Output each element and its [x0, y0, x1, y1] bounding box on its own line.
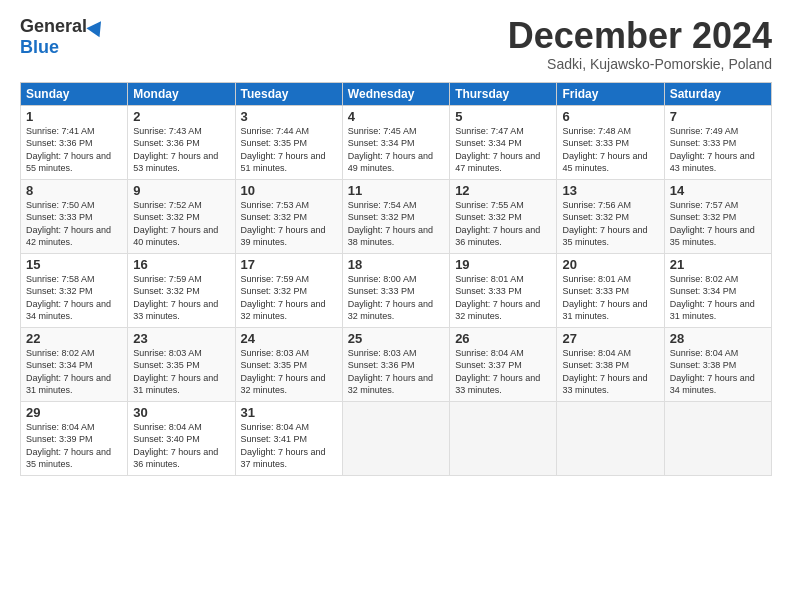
- col-header-tuesday: Tuesday: [235, 82, 342, 105]
- day-info: Sunrise: 7:59 AM Sunset: 3:32 PM Dayligh…: [133, 273, 229, 323]
- calendar-cell: 26Sunrise: 8:04 AM Sunset: 3:37 PM Dayli…: [450, 327, 557, 401]
- week-row-4: 22Sunrise: 8:02 AM Sunset: 3:34 PM Dayli…: [21, 327, 772, 401]
- calendar-cell: 6Sunrise: 7:48 AM Sunset: 3:33 PM Daylig…: [557, 105, 664, 179]
- calendar-cell: 15Sunrise: 7:58 AM Sunset: 3:32 PM Dayli…: [21, 253, 128, 327]
- col-header-monday: Monday: [128, 82, 235, 105]
- day-info: Sunrise: 7:41 AM Sunset: 3:36 PM Dayligh…: [26, 125, 122, 175]
- day-number: 1: [26, 109, 122, 124]
- logo-triangle-icon: [86, 16, 107, 37]
- calendar-cell: 28Sunrise: 8:04 AM Sunset: 3:38 PM Dayli…: [664, 327, 771, 401]
- day-number: 15: [26, 257, 122, 272]
- day-number: 11: [348, 183, 444, 198]
- day-number: 18: [348, 257, 444, 272]
- calendar-cell: 1Sunrise: 7:41 AM Sunset: 3:36 PM Daylig…: [21, 105, 128, 179]
- calendar-cell: 2Sunrise: 7:43 AM Sunset: 3:36 PM Daylig…: [128, 105, 235, 179]
- day-number: 31: [241, 405, 337, 420]
- calendar-cell: [557, 401, 664, 475]
- day-info: Sunrise: 7:52 AM Sunset: 3:32 PM Dayligh…: [133, 199, 229, 249]
- day-info: Sunrise: 8:00 AM Sunset: 3:33 PM Dayligh…: [348, 273, 444, 323]
- day-info: Sunrise: 7:43 AM Sunset: 3:36 PM Dayligh…: [133, 125, 229, 175]
- logo-text: General: [20, 16, 105, 37]
- logo-blue: Blue: [20, 37, 59, 58]
- week-row-3: 15Sunrise: 7:58 AM Sunset: 3:32 PM Dayli…: [21, 253, 772, 327]
- calendar-cell: 16Sunrise: 7:59 AM Sunset: 3:32 PM Dayli…: [128, 253, 235, 327]
- calendar-cell: 3Sunrise: 7:44 AM Sunset: 3:35 PM Daylig…: [235, 105, 342, 179]
- logo-general: General: [20, 16, 87, 37]
- day-info: Sunrise: 7:45 AM Sunset: 3:34 PM Dayligh…: [348, 125, 444, 175]
- calendar-cell: 31Sunrise: 8:04 AM Sunset: 3:41 PM Dayli…: [235, 401, 342, 475]
- day-number: 5: [455, 109, 551, 124]
- day-number: 23: [133, 331, 229, 346]
- day-info: Sunrise: 8:04 AM Sunset: 3:38 PM Dayligh…: [562, 347, 658, 397]
- day-number: 10: [241, 183, 337, 198]
- title-block: December 2024 Sadki, Kujawsko-Pomorskie,…: [508, 16, 772, 72]
- day-info: Sunrise: 8:02 AM Sunset: 3:34 PM Dayligh…: [670, 273, 766, 323]
- col-header-thursday: Thursday: [450, 82, 557, 105]
- calendar-cell: 4Sunrise: 7:45 AM Sunset: 3:34 PM Daylig…: [342, 105, 449, 179]
- day-number: 14: [670, 183, 766, 198]
- calendar-cell: 9Sunrise: 7:52 AM Sunset: 3:32 PM Daylig…: [128, 179, 235, 253]
- day-number: 16: [133, 257, 229, 272]
- calendar-cell: 5Sunrise: 7:47 AM Sunset: 3:34 PM Daylig…: [450, 105, 557, 179]
- day-info: Sunrise: 8:04 AM Sunset: 3:41 PM Dayligh…: [241, 421, 337, 471]
- day-info: Sunrise: 7:57 AM Sunset: 3:32 PM Dayligh…: [670, 199, 766, 249]
- day-info: Sunrise: 7:56 AM Sunset: 3:32 PM Dayligh…: [562, 199, 658, 249]
- week-row-2: 8Sunrise: 7:50 AM Sunset: 3:33 PM Daylig…: [21, 179, 772, 253]
- day-number: 6: [562, 109, 658, 124]
- calendar-cell: 11Sunrise: 7:54 AM Sunset: 3:32 PM Dayli…: [342, 179, 449, 253]
- calendar-cell: 27Sunrise: 8:04 AM Sunset: 3:38 PM Dayli…: [557, 327, 664, 401]
- month-title: December 2024: [508, 16, 772, 56]
- day-number: 24: [241, 331, 337, 346]
- day-info: Sunrise: 7:47 AM Sunset: 3:34 PM Dayligh…: [455, 125, 551, 175]
- calendar-cell: 8Sunrise: 7:50 AM Sunset: 3:33 PM Daylig…: [21, 179, 128, 253]
- day-number: 22: [26, 331, 122, 346]
- day-info: Sunrise: 8:04 AM Sunset: 3:37 PM Dayligh…: [455, 347, 551, 397]
- calendar-cell: 13Sunrise: 7:56 AM Sunset: 3:32 PM Dayli…: [557, 179, 664, 253]
- calendar-cell: 19Sunrise: 8:01 AM Sunset: 3:33 PM Dayli…: [450, 253, 557, 327]
- week-row-5: 29Sunrise: 8:04 AM Sunset: 3:39 PM Dayli…: [21, 401, 772, 475]
- day-number: 28: [670, 331, 766, 346]
- calendar-cell: 30Sunrise: 8:04 AM Sunset: 3:40 PM Dayli…: [128, 401, 235, 475]
- calendar-cell: 23Sunrise: 8:03 AM Sunset: 3:35 PM Dayli…: [128, 327, 235, 401]
- day-info: Sunrise: 8:01 AM Sunset: 3:33 PM Dayligh…: [455, 273, 551, 323]
- day-number: 3: [241, 109, 337, 124]
- calendar-cell: 18Sunrise: 8:00 AM Sunset: 3:33 PM Dayli…: [342, 253, 449, 327]
- day-number: 26: [455, 331, 551, 346]
- calendar-cell: 29Sunrise: 8:04 AM Sunset: 3:39 PM Dayli…: [21, 401, 128, 475]
- day-info: Sunrise: 7:44 AM Sunset: 3:35 PM Dayligh…: [241, 125, 337, 175]
- day-number: 13: [562, 183, 658, 198]
- calendar-cell: 14Sunrise: 7:57 AM Sunset: 3:32 PM Dayli…: [664, 179, 771, 253]
- day-number: 9: [133, 183, 229, 198]
- day-info: Sunrise: 7:54 AM Sunset: 3:32 PM Dayligh…: [348, 199, 444, 249]
- day-info: Sunrise: 8:04 AM Sunset: 3:39 PM Dayligh…: [26, 421, 122, 471]
- calendar-cell: 22Sunrise: 8:02 AM Sunset: 3:34 PM Dayli…: [21, 327, 128, 401]
- header: General Blue December 2024 Sadki, Kujaws…: [20, 16, 772, 72]
- calendar-cell: [450, 401, 557, 475]
- day-number: 7: [670, 109, 766, 124]
- page: General Blue December 2024 Sadki, Kujaws…: [0, 0, 792, 612]
- calendar-cell: 12Sunrise: 7:55 AM Sunset: 3:32 PM Dayli…: [450, 179, 557, 253]
- calendar-cell: 21Sunrise: 8:02 AM Sunset: 3:34 PM Dayli…: [664, 253, 771, 327]
- calendar-cell: 7Sunrise: 7:49 AM Sunset: 3:33 PM Daylig…: [664, 105, 771, 179]
- day-info: Sunrise: 8:04 AM Sunset: 3:38 PM Dayligh…: [670, 347, 766, 397]
- col-header-sunday: Sunday: [21, 82, 128, 105]
- calendar-cell: 10Sunrise: 7:53 AM Sunset: 3:32 PM Dayli…: [235, 179, 342, 253]
- day-number: 17: [241, 257, 337, 272]
- day-number: 8: [26, 183, 122, 198]
- day-number: 12: [455, 183, 551, 198]
- col-header-friday: Friday: [557, 82, 664, 105]
- day-number: 27: [562, 331, 658, 346]
- day-number: 20: [562, 257, 658, 272]
- day-number: 30: [133, 405, 229, 420]
- day-info: Sunrise: 7:49 AM Sunset: 3:33 PM Dayligh…: [670, 125, 766, 175]
- week-row-1: 1Sunrise: 7:41 AM Sunset: 3:36 PM Daylig…: [21, 105, 772, 179]
- day-info: Sunrise: 8:02 AM Sunset: 3:34 PM Dayligh…: [26, 347, 122, 397]
- day-number: 4: [348, 109, 444, 124]
- day-info: Sunrise: 7:53 AM Sunset: 3:32 PM Dayligh…: [241, 199, 337, 249]
- day-info: Sunrise: 7:48 AM Sunset: 3:33 PM Dayligh…: [562, 125, 658, 175]
- header-row: SundayMondayTuesdayWednesdayThursdayFrid…: [21, 82, 772, 105]
- calendar-cell: 20Sunrise: 8:01 AM Sunset: 3:33 PM Dayli…: [557, 253, 664, 327]
- day-number: 25: [348, 331, 444, 346]
- calendar-cell: [342, 401, 449, 475]
- calendar-cell: 24Sunrise: 8:03 AM Sunset: 3:35 PM Dayli…: [235, 327, 342, 401]
